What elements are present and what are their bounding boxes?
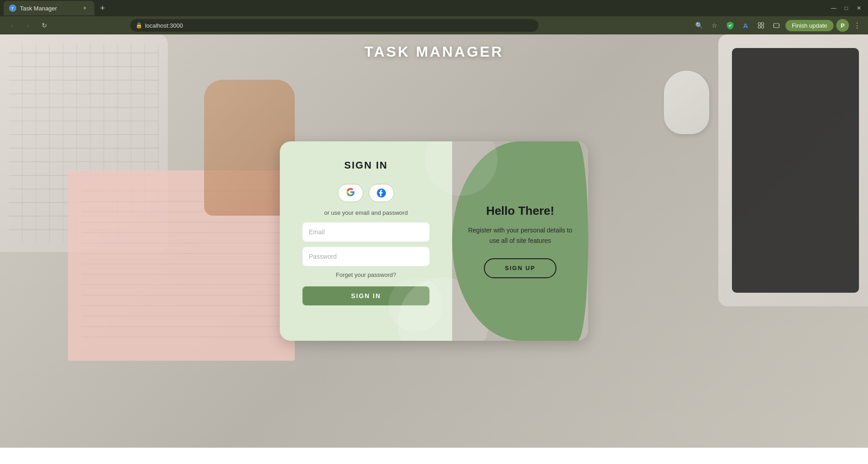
close-window-button[interactable]: ✕	[853, 3, 864, 14]
browser-tab[interactable]: T Task Manager ×	[4, 1, 94, 15]
extensions-icon[interactable]	[755, 19, 767, 32]
lock-icon: 🔒	[136, 22, 142, 29]
tab-title: Task Manager	[20, 5, 77, 12]
translate-icon[interactable]: A	[739, 19, 752, 32]
google-icon	[346, 188, 355, 198]
tab-close-button[interactable]: ×	[81, 4, 89, 12]
title-bar: T Task Manager × + — □ ✕	[0, 0, 868, 16]
svg-rect-3	[761, 23, 764, 25]
signin-panel: SIGN IN	[280, 141, 452, 341]
forward-button[interactable]: ›	[22, 19, 34, 32]
svg-rect-2	[758, 23, 761, 25]
shield-icon[interactable]	[724, 19, 736, 32]
minimize-button[interactable]: —	[828, 3, 839, 14]
maximize-button[interactable]: □	[841, 3, 852, 14]
signup-button[interactable]: SIGN UP	[484, 258, 556, 278]
social-buttons	[338, 184, 394, 202]
signin-title: SIGN IN	[344, 160, 388, 171]
signup-panel: Hello There! Register with your personal…	[452, 141, 588, 341]
forgot-password-link[interactable]: Forget your password?	[336, 271, 396, 278]
more-options-button[interactable]: ⋮	[852, 19, 863, 32]
profile-button[interactable]: P	[836, 19, 849, 32]
new-tab-button[interactable]: +	[96, 2, 109, 14]
desk-tablet	[718, 34, 868, 306]
svg-text:T: T	[11, 6, 14, 10]
hello-title: Hello There!	[486, 204, 554, 218]
back-button[interactable]: ‹	[5, 19, 18, 32]
signin-button[interactable]: SIGN IN	[302, 286, 429, 305]
facebook-signin-button[interactable]	[369, 184, 394, 202]
google-signin-button[interactable]	[338, 184, 363, 202]
signin-card: SIGN IN	[280, 141, 588, 341]
finish-update-button[interactable]: Finish update	[785, 20, 834, 31]
svg-rect-6	[774, 24, 779, 28]
email-input[interactable]	[302, 222, 429, 242]
facebook-icon	[377, 188, 386, 198]
refresh-button[interactable]: ↻	[38, 19, 51, 32]
browser-chrome: T Task Manager × + — □ ✕ ‹ › ↻ 🔒 localho…	[0, 0, 868, 34]
svg-rect-5	[761, 26, 764, 28]
address-text: localhost:3000	[145, 22, 183, 29]
tab-favicon: T	[9, 5, 16, 12]
screenshot-icon[interactable]	[770, 19, 783, 32]
page-content: TASK MANAGER SIGN IN	[0, 34, 868, 448]
nav-actions: 🔍 ☆ A Finish update P ⋮	[693, 19, 863, 32]
search-icon[interactable]: 🔍	[693, 19, 706, 32]
bookmark-icon[interactable]: ☆	[708, 19, 721, 32]
window-controls: — □ ✕	[828, 3, 864, 14]
address-bar[interactable]: 🔒 localhost:3000	[130, 19, 538, 32]
hello-description: Register with your personal details to u…	[466, 225, 575, 246]
or-text: or use your email and password	[324, 209, 408, 216]
nav-bar: ‹ › ↻ 🔒 localhost:3000 🔍 ☆ A Finish upda…	[0, 16, 868, 34]
svg-rect-4	[758, 26, 761, 28]
password-input[interactable]	[302, 247, 429, 266]
desk-mouse	[664, 71, 709, 134]
tablet-screen	[732, 48, 859, 293]
app-title: TASK MANAGER	[365, 44, 504, 60]
